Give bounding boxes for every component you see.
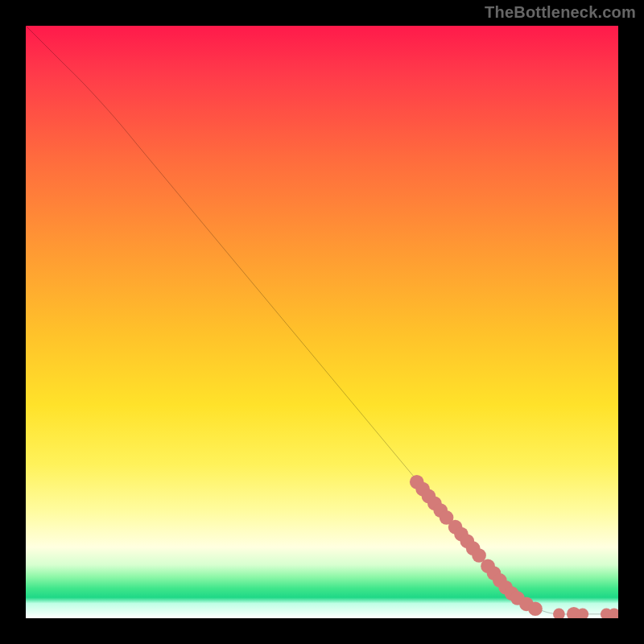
curve-layer <box>26 26 618 618</box>
chart-stage: TheBottleneck.com <box>0 0 644 644</box>
watermark-text: TheBottleneck.com <box>485 3 636 22</box>
data-point <box>553 608 565 618</box>
data-point <box>528 601 543 616</box>
curve-markers <box>410 475 618 618</box>
plot-area <box>26 26 618 618</box>
bottleneck-curve <box>26 26 618 614</box>
